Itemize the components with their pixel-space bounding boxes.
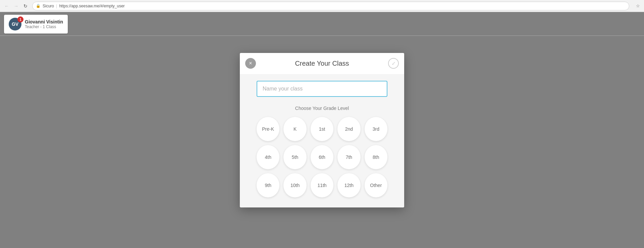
grade-9th-button[interactable]: 9th xyxy=(257,173,279,197)
grade-10th-button[interactable]: 10th xyxy=(283,173,306,197)
address-bar-row: ← → ↻ 🔒 Sicuro | https://app.seesaw.me/#… xyxy=(0,0,644,12)
grade-7th-button[interactable]: 7th xyxy=(337,145,360,169)
modal-overlay: × Create Your Class ✓ Choose Your Grade … xyxy=(0,12,644,248)
reload-button[interactable]: ↻ xyxy=(21,2,30,10)
url-text: https://app.seesaw.me/#/empty_user xyxy=(59,4,124,8)
url-separator: | xyxy=(56,3,57,8)
modal-header: × Create Your Class ✓ xyxy=(240,53,404,74)
grade-2nd-button[interactable]: 2nd xyxy=(337,117,360,141)
modal-title: Create Your Class xyxy=(295,60,349,67)
name-input-wrapper xyxy=(257,74,387,100)
browser-chrome: ← → ↻ 🔒 Sicuro | https://app.seesaw.me/#… xyxy=(0,0,644,12)
secure-icon: 🔒 xyxy=(36,4,41,8)
grade-11th-button[interactable]: 11th xyxy=(311,173,333,197)
nav-buttons: ← → ↻ xyxy=(3,2,30,10)
page-content: GV 1 Giovanni Visintin Teacher - 1 Class… xyxy=(0,12,644,248)
secure-label: Sicuro xyxy=(43,4,54,8)
grade-5th-button[interactable]: 5th xyxy=(283,145,306,169)
grade-12th-button[interactable]: 12th xyxy=(337,173,360,197)
grade-row-2: 4th 5th 6th 7th 8th xyxy=(257,145,387,169)
bookmark-icon[interactable]: ☆ xyxy=(635,3,641,9)
grade-row-1: Pre-K K 1st 2nd 3rd xyxy=(257,117,387,141)
class-name-input[interactable] xyxy=(257,81,387,97)
grade-other-button[interactable]: Other xyxy=(365,173,387,197)
modal-close-button[interactable]: × xyxy=(245,58,256,69)
grade-6th-button[interactable]: 6th xyxy=(311,145,333,169)
grade-1st-button[interactable]: 1st xyxy=(311,117,333,141)
forward-button[interactable]: → xyxy=(12,2,20,10)
grade-3rd-button[interactable]: 3rd xyxy=(365,117,387,141)
modal-body: Choose Your Grade Level Pre-K K 1st 2nd … xyxy=(240,74,404,207)
grade-section-label: Choose Your Grade Level xyxy=(257,106,387,111)
browser-actions: ☆ xyxy=(635,3,641,9)
back-button[interactable]: ← xyxy=(3,2,11,10)
url-bar[interactable]: 🔒 Sicuro | https://app.seesaw.me/#/empty… xyxy=(32,2,629,10)
grade-k-button[interactable]: K xyxy=(283,117,306,141)
grade-8th-button[interactable]: 8th xyxy=(365,145,387,169)
grade-grid: Pre-K K 1st 2nd 3rd 4th 5th 6th 7th xyxy=(257,117,387,197)
grade-row-3: 9th 10th 11th 12th Other xyxy=(257,173,387,197)
grade-4th-button[interactable]: 4th xyxy=(257,145,279,169)
modal-confirm-button[interactable]: ✓ xyxy=(388,58,399,69)
grade-section: Choose Your Grade Level Pre-K K 1st 2nd … xyxy=(257,106,387,197)
create-class-modal: × Create Your Class ✓ Choose Your Grade … xyxy=(240,53,404,207)
grade-prek-button[interactable]: Pre-K xyxy=(257,117,279,141)
